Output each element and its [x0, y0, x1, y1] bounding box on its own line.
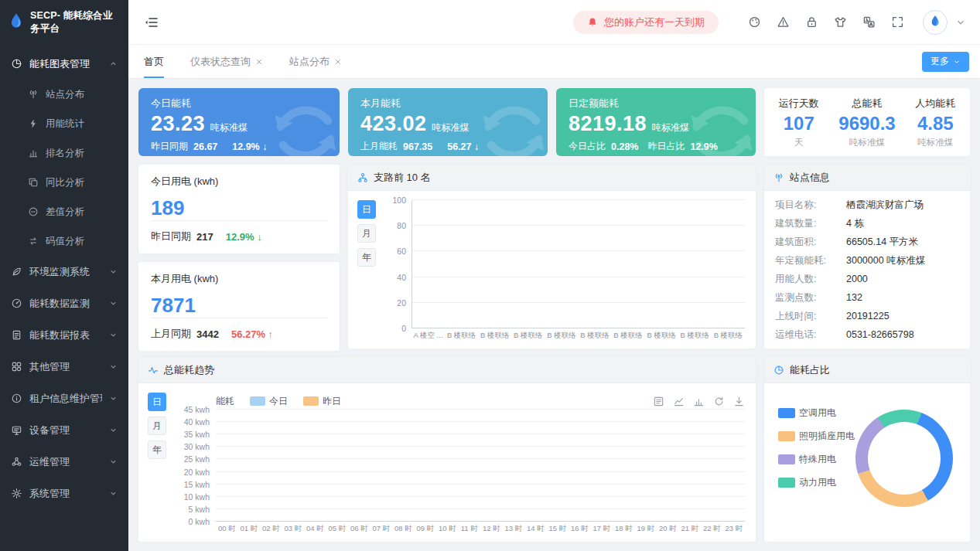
sidebar-item-1[interactable]: 环境监测系统 [0, 256, 128, 287]
y-tick-label: 45 kwh [184, 405, 210, 414]
bar-chart-icon[interactable] [693, 396, 705, 407]
tshirt-icon[interactable] [834, 15, 847, 29]
gear-icon [11, 488, 22, 499]
usage-compare: 昨日同期 217 12.9% ↓ [151, 230, 327, 243]
y-tick-label: 5 kwh [189, 505, 210, 514]
donut-legend-item-0[interactable]: 空调用电 [778, 406, 855, 420]
x-tick-label: 21 时 [679, 524, 702, 534]
fullscreen-icon[interactable] [891, 15, 904, 29]
donut-legend-item-3[interactable]: 动力用电 [778, 476, 855, 489]
lock-icon[interactable] [805, 15, 818, 29]
sidebar-item-4[interactable]: 其他管理 [0, 351, 128, 383]
site-info-panel: 站点信息 项目名称:栖霞湖滨财富广场建筑数量:4 栋建筑面积:66505.14 … [764, 165, 970, 349]
tab-bar: 首页仪表状态查询站点分布 更多 [128, 45, 980, 79]
stat-total-energy: 总能耗 9690.3 吨标准煤 [838, 97, 895, 148]
sidebar-item-7[interactable]: 运维管理 [0, 446, 128, 478]
minus-circle-icon [28, 206, 39, 217]
device-icon [11, 424, 22, 436]
x-tick-label: B 楼联络 [712, 331, 745, 341]
chevron-down-icon[interactable] [955, 17, 966, 28]
more-button[interactable]: 更多 [922, 52, 969, 72]
menu-fold-icon[interactable] [144, 15, 159, 30]
account-expiry-alert[interactable]: 您的账户还有一天到期 [573, 11, 719, 34]
donut-legend-item-1[interactable]: 照明插座用电 [778, 430, 855, 443]
sidebar-item-5[interactable]: 租户信息维护管理 [0, 383, 128, 414]
usage-title: 今日用电 (kwh) [151, 175, 327, 189]
sidebar-item-6[interactable]: 设备管理 [0, 414, 128, 446]
close-icon[interactable] [255, 58, 263, 66]
y-tick-label: 100 [392, 196, 406, 205]
legend-label: 照明插座用电 [799, 430, 855, 443]
bell-icon [587, 17, 598, 28]
app-title: SECP- 能耗综合业务平台 [30, 9, 121, 36]
sidebar-item-2[interactable]: 能耗数据监测 [0, 287, 128, 319]
kpi-value: 23.23 [151, 112, 205, 136]
divider [151, 318, 327, 318]
x-tick-label: 11 时 [459, 524, 481, 534]
sidebar-subitem-0-5[interactable]: 码值分析 [0, 226, 128, 256]
x-tick-label: 17 时 [591, 524, 613, 534]
x-tick-label: 01 时 [238, 524, 261, 534]
legend-item-1[interactable]: 昨日 [303, 395, 341, 408]
translate-icon[interactable] [862, 15, 876, 29]
site-info-value: 2000 [846, 271, 868, 287]
tab-0[interactable]: 首页 [144, 45, 164, 78]
sidebar-item-label: 运维管理 [29, 455, 102, 469]
tab-1[interactable]: 仪表状态查询 [190, 45, 263, 78]
period-toggle-日[interactable]: 日 [148, 393, 166, 411]
sidebar-item-label: 其他管理 [29, 360, 102, 374]
donut-legend-item-2[interactable]: 特殊用电 [778, 453, 855, 466]
recycle-icon [473, 93, 548, 156]
sidebar-subitem-label: 同比分析 [46, 176, 118, 189]
sidebar-subitem-label: 差值分析 [46, 206, 118, 219]
close-icon[interactable] [334, 58, 342, 66]
period-toggle-月[interactable]: 月 [357, 224, 376, 243]
x-tick-label: 09 时 [415, 524, 437, 534]
stats-card: 运行天数 107 天 总能耗 9690.3 吨标准煤 人均能耗 4.85 吨标准… [764, 88, 970, 156]
x-tick-label: 13 时 [503, 524, 525, 534]
sidebar-subitem-0-0[interactable]: 站点分布 [0, 80, 128, 109]
sidebar-subitem-0-2[interactable]: 排名分析 [0, 138, 128, 168]
site-info-value: 20191225 [846, 308, 890, 324]
avatar[interactable] [923, 10, 948, 35]
period-toggle-日[interactable]: 日 [357, 200, 376, 219]
chevron-down-icon [109, 457, 118, 466]
pie-icon [11, 58, 22, 70]
panel-header: 站点信息 [764, 165, 970, 191]
legend-swatch [778, 431, 795, 441]
warning-icon[interactable] [777, 15, 790, 29]
line-chart-icon[interactable] [673, 396, 685, 407]
x-tick-label: 00 时 [216, 524, 238, 534]
donut-legend: 空调用电照明插座用电特殊用电动力用电 [778, 406, 855, 507]
sidebar-item-3[interactable]: 能耗数据报表 [0, 319, 128, 351]
x-tick-label: 15 时 [547, 524, 569, 534]
kpi-value: 8219.18 [569, 112, 647, 136]
sidebar-item-0[interactable]: 能耗图表管理 [0, 48, 128, 80]
energy-proportion-panel: 能耗占比 空调用电照明插座用电特殊用电动力用电 [764, 357, 970, 542]
y-tick-label: 0 [401, 324, 406, 333]
period-toggle-年[interactable]: 年 [148, 440, 166, 459]
antenna-icon [773, 172, 784, 183]
sidebar-subitem-0-3[interactable]: 同比分析 [0, 168, 128, 197]
data-view-icon[interactable] [653, 396, 664, 407]
period-toggles: 日月年 [357, 200, 376, 342]
y-tick-label: 40 [397, 273, 406, 282]
tab-2[interactable]: 站点分布 [289, 45, 342, 78]
sidebar-subitem-0-4[interactable]: 差值分析 [0, 197, 128, 226]
theme-icon[interactable] [748, 15, 761, 29]
period-toggle-年[interactable]: 年 [357, 248, 376, 267]
flame-logo-icon [8, 12, 25, 32]
sidebar-item-label: 能耗数据监测 [29, 297, 102, 311]
sidebar-item-8[interactable]: 系统管理 [0, 478, 128, 509]
legend-item-0[interactable]: 今日 [250, 395, 288, 408]
refresh-icon[interactable] [713, 396, 725, 407]
download-icon[interactable] [733, 396, 745, 407]
trend-bar-chart: 0 kwh5 kwh10 kwh15 kwh20 kwh25 kwh30 kwh… [174, 410, 745, 536]
y-tick-label: 35 kwh [184, 430, 210, 439]
period-toggle-月[interactable]: 月 [148, 417, 166, 435]
tab-label: 首页 [144, 55, 164, 69]
legend-swatch [250, 396, 265, 406]
y-tick-label: 25 kwh [184, 454, 210, 464]
sidebar-subitem-0-1[interactable]: 用能统计 [0, 109, 128, 138]
x-tick-label: 19 时 [635, 524, 657, 534]
